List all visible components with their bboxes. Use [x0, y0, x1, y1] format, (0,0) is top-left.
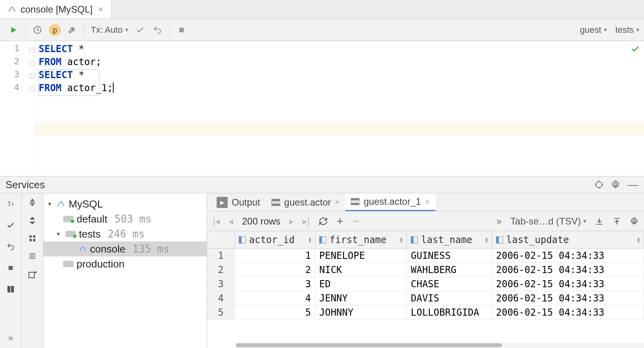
next-page-button[interactable]: ▸	[289, 216, 294, 227]
cell-last-update[interactable]: 2006-02-15 04:34:33	[492, 249, 644, 262]
column-label: last_name	[421, 234, 472, 245]
tree-label: tests	[79, 228, 101, 240]
cell-last-name[interactable]: GUINESS	[407, 249, 492, 262]
cell-first-name[interactable]: JENNY	[315, 291, 407, 305]
rollback-icon[interactable]	[5, 241, 17, 253]
table-row[interactable]: 33EDCHASE2006-02-15 04:34:33	[207, 277, 644, 291]
commit-icon[interactable]	[5, 219, 17, 231]
editor-tab-console[interactable]: console [MySQL] ×	[0, 0, 112, 19]
grid-header-last-name[interactable]: last_name▲▼	[407, 231, 492, 248]
close-icon[interactable]: ×	[425, 197, 430, 206]
result-tab-actor[interactable]: guest.actor ×	[266, 193, 345, 211]
tree-node-tests[interactable]: ▼ tests 246 ms	[43, 226, 207, 241]
cancel-icon[interactable]	[5, 262, 17, 274]
cell-first-name[interactable]: ED	[315, 277, 407, 291]
cell-first-name[interactable]: JOHNNY	[315, 305, 407, 319]
grid-header-first-name[interactable]: first_name▲▼	[315, 231, 407, 248]
format-dropdown[interactable]: Tab-se…d (TSV) ▾	[510, 216, 586, 227]
cell-actor-id[interactable]: 3	[235, 277, 315, 291]
services-sidebar-2	[22, 193, 43, 348]
grid-icon[interactable]	[28, 234, 36, 242]
history-button[interactable]	[29, 22, 46, 38]
more-button[interactable]: »	[496, 216, 502, 227]
data-grid: actor_id▲▼ first_name▲▼ last_name▲▼ last…	[207, 231, 644, 348]
result-tab-label: guest.actor	[284, 197, 331, 208]
remove-row-button[interactable]: −	[352, 215, 359, 228]
datasource-icon	[63, 214, 73, 224]
cell-first-name[interactable]: PENELOPE	[315, 249, 407, 262]
cell-actor-id[interactable]: 5	[235, 305, 315, 319]
close-icon[interactable]: ×	[335, 198, 340, 207]
result-tab-actor-1[interactable]: guest.actor_1 ×	[345, 193, 435, 211]
run-button[interactable]	[5, 22, 22, 38]
cell-last-name[interactable]: CHASE	[407, 277, 492, 291]
tree-node-production[interactable]: production	[43, 256, 207, 271]
expand-all-icon[interactable]	[28, 216, 37, 225]
last-page-button[interactable]: ▸|	[303, 216, 310, 227]
layout-icon[interactable]	[5, 283, 17, 295]
table-row[interactable]: 55JOHNNYLOLLOBRIGIDA2006-02-15 04:34:33	[207, 305, 644, 320]
user-dropdown[interactable]: guest ▾	[580, 25, 607, 35]
minimize-icon[interactable]: —	[627, 178, 638, 191]
close-icon[interactable]: ×	[97, 4, 105, 15]
cell-last-update[interactable]: 2006-02-15 04:34:33	[492, 277, 644, 291]
first-page-button[interactable]: |◂	[213, 216, 220, 227]
tree-label: production	[77, 258, 124, 270]
code-area[interactable]: SELECT * FROM actor; SELECT * FROM actor…	[36, 41, 644, 176]
table-row[interactable]: 11PENELOPEGUINESS2006-02-15 04:34:33	[207, 249, 644, 263]
services-title: Services	[6, 179, 45, 191]
prev-page-button[interactable]: ◂	[228, 216, 233, 227]
collapse-icon[interactable]	[28, 198, 37, 207]
tx-mode-dropdown[interactable]: Tx: Auto ▾	[88, 25, 131, 35]
commit-button[interactable]	[131, 22, 149, 38]
sort-icon: ▲▼	[485, 237, 488, 243]
gear-icon[interactable]	[611, 180, 620, 189]
horizontal-scrollbar[interactable]	[235, 342, 644, 348]
line-number: 2	[0, 56, 35, 69]
grid-body[interactable]: 11PENELOPEGUINESS2006-02-15 04:34:3322NI…	[207, 249, 644, 320]
download-button[interactable]	[595, 217, 604, 226]
database-dropdown[interactable]: tests ▾	[616, 25, 639, 35]
cell-last-name[interactable]: LOLLOBRIGIDA	[407, 305, 492, 319]
cell-actor-id[interactable]: 2	[235, 263, 315, 277]
list-icon[interactable]	[28, 252, 37, 260]
cell-last-update[interactable]: 2006-02-15 04:34:33	[492, 291, 644, 305]
table-row[interactable]: 22NICKWAHLBERG2006-02-15 04:34:33	[207, 263, 644, 277]
add-row-button[interactable]: +	[337, 215, 344, 228]
tree-node-default[interactable]: default 503 ms	[43, 211, 207, 226]
tx-icon[interactable]: Tx	[5, 198, 17, 210]
cell-actor-id[interactable]: 4	[235, 291, 315, 305]
stop-button[interactable]	[173, 22, 190, 38]
cell-actor-id[interactable]: 1	[235, 249, 315, 262]
services-body: Tx » ▼ MySQL default 503 ms ▼ tests 246 …	[0, 193, 644, 348]
result-tab-output[interactable]: ▶ Output	[211, 193, 266, 211]
table-row[interactable]: 44JENNYDAVIS2006-02-15 04:34:33	[207, 291, 644, 305]
cell-last-name[interactable]: WAHLBERG	[407, 263, 492, 277]
svg-point-2	[596, 181, 602, 188]
settings-wrench-button[interactable]	[64, 22, 81, 38]
upload-button[interactable]	[612, 217, 621, 226]
tree-node-console[interactable]: console 135 ms	[43, 241, 207, 256]
line-number: 1	[0, 43, 35, 56]
row-number: 4	[207, 291, 235, 305]
cell-last-name[interactable]: DAVIS	[407, 291, 492, 305]
tree-root-mysql[interactable]: ▼ MySQL	[43, 196, 207, 211]
grid-header-actor-id[interactable]: actor_id▲▼	[235, 231, 315, 248]
row-number: 1	[207, 249, 235, 262]
grid-header-last-update[interactable]: last_update▲▼	[492, 231, 644, 248]
cell-last-update[interactable]: 2006-02-15 04:34:33	[492, 305, 644, 319]
keyword: SELECT	[39, 69, 73, 80]
reload-button[interactable]	[318, 217, 328, 226]
chevron-down-icon: ▾	[125, 26, 128, 34]
rollback-button[interactable]	[149, 22, 166, 38]
settings-button[interactable]	[630, 217, 638, 226]
sql-editor[interactable]: 1 2 3 4 SELECT * FROM actor; SELECT * FR…	[0, 41, 644, 176]
scrollbar-thumb[interactable]	[236, 343, 502, 347]
text-cursor	[113, 82, 114, 93]
locate-icon[interactable]	[594, 180, 604, 189]
expand-icon[interactable]: »	[5, 332, 17, 344]
add-tab-icon[interactable]	[28, 270, 37, 279]
cell-last-update[interactable]: 2006-02-15 04:34:33	[492, 263, 644, 277]
cell-first-name[interactable]: NICK	[315, 263, 407, 277]
schema-badge-button[interactable]: p	[46, 22, 64, 38]
